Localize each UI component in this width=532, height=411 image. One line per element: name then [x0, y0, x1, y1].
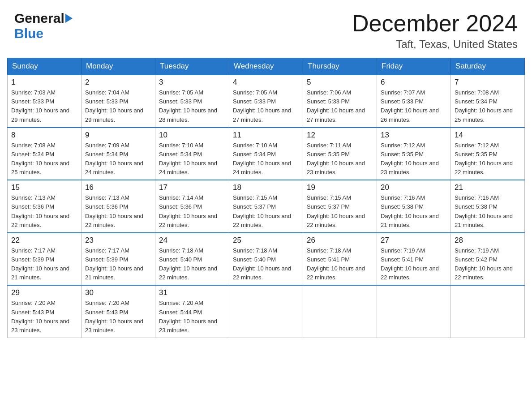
- day-number: 21: [455, 183, 521, 192]
- day-info: Sunrise: 7:05 AMSunset: 5:33 PMDaylight:…: [159, 88, 225, 124]
- day-number: 29: [11, 288, 77, 297]
- day-info: Sunrise: 7:19 AMSunset: 5:42 PMDaylight:…: [455, 246, 521, 283]
- day-info: Sunrise: 7:15 AMSunset: 5:37 PMDaylight:…: [307, 193, 373, 230]
- calendar-cell: 30 Sunrise: 7:20 AMSunset: 5:43 PMDaylig…: [82, 285, 155, 338]
- calendar-cell: 12 Sunrise: 7:11 AMSunset: 5:35 PMDaylig…: [303, 128, 377, 180]
- day-info: Sunrise: 7:17 AMSunset: 5:39 PMDaylight:…: [85, 246, 151, 283]
- day-info: Sunrise: 7:18 AMSunset: 5:40 PMDaylight:…: [159, 246, 225, 283]
- week-row-4: 22 Sunrise: 7:17 AMSunset: 5:39 PMDaylig…: [8, 233, 525, 286]
- week-row-5: 29 Sunrise: 7:20 AMSunset: 5:43 PMDaylig…: [8, 285, 525, 338]
- calendar-cell: 4 Sunrise: 7:05 AMSunset: 5:33 PMDayligh…: [229, 75, 303, 128]
- day-info: Sunrise: 7:16 AMSunset: 5:38 PMDaylight:…: [455, 193, 521, 230]
- col-header-monday: Monday: [82, 58, 155, 75]
- calendar-cell: 17 Sunrise: 7:14 AMSunset: 5:36 PMDaylig…: [155, 180, 229, 233]
- day-number: 15: [11, 183, 77, 192]
- calendar-cell: 20 Sunrise: 7:16 AMSunset: 5:38 PMDaylig…: [377, 180, 451, 233]
- day-number: 18: [233, 183, 299, 192]
- day-info: Sunrise: 7:20 AMSunset: 5:44 PMDaylight:…: [159, 299, 225, 335]
- calendar-cell: [451, 285, 525, 338]
- col-header-sunday: Sunday: [8, 58, 82, 75]
- calendar-cell: 15 Sunrise: 7:13 AMSunset: 5:36 PMDaylig…: [8, 180, 82, 233]
- day-number: 1: [11, 78, 77, 87]
- day-info: Sunrise: 7:11 AMSunset: 5:35 PMDaylight:…: [307, 141, 373, 177]
- day-number: 22: [11, 236, 77, 245]
- calendar-table: Sunday Monday Tuesday Wednesday Thursday…: [7, 58, 525, 338]
- day-info: Sunrise: 7:13 AMSunset: 5:36 PMDaylight:…: [11, 193, 77, 230]
- calendar-cell: [229, 285, 303, 338]
- day-number: 28: [455, 236, 521, 245]
- day-info: Sunrise: 7:16 AMSunset: 5:38 PMDaylight:…: [381, 193, 447, 230]
- calendar-cell: [303, 285, 377, 338]
- calendar-cell: 26 Sunrise: 7:18 AMSunset: 5:41 PMDaylig…: [303, 233, 377, 286]
- day-number: 24: [159, 236, 225, 245]
- day-number: 13: [381, 131, 447, 140]
- day-number: 12: [307, 131, 373, 140]
- day-info: Sunrise: 7:20 AMSunset: 5:43 PMDaylight:…: [11, 299, 77, 335]
- col-header-saturday: Saturday: [451, 58, 525, 75]
- day-number: 19: [307, 183, 373, 192]
- day-number: 8: [11, 131, 77, 140]
- calendar-cell: 13 Sunrise: 7:12 AMSunset: 5:35 PMDaylig…: [377, 128, 451, 180]
- day-info: Sunrise: 7:12 AMSunset: 5:35 PMDaylight:…: [381, 141, 447, 177]
- day-info: Sunrise: 7:19 AMSunset: 5:41 PMDaylight:…: [381, 246, 447, 283]
- col-header-wednesday: Wednesday: [229, 58, 303, 75]
- day-info: Sunrise: 7:17 AMSunset: 5:39 PMDaylight:…: [11, 246, 77, 283]
- day-info: Sunrise: 7:08 AMSunset: 5:34 PMDaylight:…: [11, 141, 77, 177]
- day-info: Sunrise: 7:18 AMSunset: 5:41 PMDaylight:…: [307, 246, 373, 283]
- title-block: December 2024 Taft, Texas, United States: [352, 11, 518, 51]
- calendar-cell: 31 Sunrise: 7:20 AMSunset: 5:44 PMDaylig…: [155, 285, 229, 338]
- week-row-2: 8 Sunrise: 7:08 AMSunset: 5:34 PMDayligh…: [8, 128, 525, 180]
- calendar-cell: 24 Sunrise: 7:18 AMSunset: 5:40 PMDaylig…: [155, 233, 229, 286]
- day-info: Sunrise: 7:03 AMSunset: 5:33 PMDaylight:…: [11, 88, 77, 124]
- logo-arrow-icon: [65, 14, 73, 23]
- calendar-cell: 1 Sunrise: 7:03 AMSunset: 5:33 PMDayligh…: [8, 75, 82, 128]
- calendar-cell: 16 Sunrise: 7:13 AMSunset: 5:36 PMDaylig…: [82, 180, 155, 233]
- calendar-location: Taft, Texas, United States: [352, 38, 518, 51]
- day-number: 6: [381, 78, 447, 87]
- calendar-cell: 19 Sunrise: 7:15 AMSunset: 5:37 PMDaylig…: [303, 180, 377, 233]
- day-number: 14: [455, 131, 521, 140]
- calendar-cell: 29 Sunrise: 7:20 AMSunset: 5:43 PMDaylig…: [8, 285, 82, 338]
- calendar-header-row: Sunday Monday Tuesday Wednesday Thursday…: [8, 58, 525, 75]
- day-info: Sunrise: 7:14 AMSunset: 5:36 PMDaylight:…: [159, 193, 225, 230]
- calendar-cell: 22 Sunrise: 7:17 AMSunset: 5:39 PMDaylig…: [8, 233, 82, 286]
- day-number: 20: [381, 183, 447, 192]
- day-number: 10: [159, 131, 225, 140]
- day-number: 25: [233, 236, 299, 245]
- calendar-cell: 2 Sunrise: 7:04 AMSunset: 5:33 PMDayligh…: [82, 75, 155, 128]
- day-info: Sunrise: 7:13 AMSunset: 5:36 PMDaylight:…: [85, 193, 151, 230]
- day-info: Sunrise: 7:07 AMSunset: 5:33 PMDaylight:…: [381, 88, 447, 124]
- calendar-cell: 3 Sunrise: 7:05 AMSunset: 5:33 PMDayligh…: [155, 75, 229, 128]
- day-info: Sunrise: 7:08 AMSunset: 5:34 PMDaylight:…: [455, 88, 521, 124]
- day-info: Sunrise: 7:09 AMSunset: 5:34 PMDaylight:…: [85, 141, 151, 177]
- col-header-friday: Friday: [377, 58, 451, 75]
- day-info: Sunrise: 7:15 AMSunset: 5:37 PMDaylight:…: [233, 193, 299, 230]
- calendar-cell: 23 Sunrise: 7:17 AMSunset: 5:39 PMDaylig…: [82, 233, 155, 286]
- day-info: Sunrise: 7:10 AMSunset: 5:34 PMDaylight:…: [233, 141, 299, 177]
- day-info: Sunrise: 7:20 AMSunset: 5:43 PMDaylight:…: [85, 299, 151, 335]
- day-number: 17: [159, 183, 225, 192]
- day-number: 5: [307, 78, 373, 87]
- day-number: 7: [455, 78, 521, 87]
- logo-general-text: General: [14, 11, 64, 26]
- week-row-3: 15 Sunrise: 7:13 AMSunset: 5:36 PMDaylig…: [8, 180, 525, 233]
- calendar-cell: 5 Sunrise: 7:06 AMSunset: 5:33 PMDayligh…: [303, 75, 377, 128]
- calendar-title: December 2024: [352, 11, 518, 36]
- day-info: Sunrise: 7:18 AMSunset: 5:40 PMDaylight:…: [233, 246, 299, 283]
- day-number: 3: [159, 78, 225, 87]
- calendar-cell: 25 Sunrise: 7:18 AMSunset: 5:40 PMDaylig…: [229, 233, 303, 286]
- calendar-cell: 11 Sunrise: 7:10 AMSunset: 5:34 PMDaylig…: [229, 128, 303, 180]
- day-number: 27: [381, 236, 447, 245]
- calendar-cell: 14 Sunrise: 7:12 AMSunset: 5:35 PMDaylig…: [451, 128, 525, 180]
- page-header: General Blue December 2024 Taft, Texas, …: [0, 0, 532, 58]
- day-number: 23: [85, 236, 151, 245]
- day-number: 16: [85, 183, 151, 192]
- day-number: 30: [85, 288, 151, 297]
- day-info: Sunrise: 7:04 AMSunset: 5:33 PMDaylight:…: [85, 88, 151, 124]
- calendar-cell: 21 Sunrise: 7:16 AMSunset: 5:38 PMDaylig…: [451, 180, 525, 233]
- day-info: Sunrise: 7:12 AMSunset: 5:35 PMDaylight:…: [455, 141, 521, 177]
- logo-blue-text: Blue: [14, 26, 43, 41]
- day-number: 9: [85, 131, 151, 140]
- calendar-cell: 7 Sunrise: 7:08 AMSunset: 5:34 PMDayligh…: [451, 75, 525, 128]
- col-header-thursday: Thursday: [303, 58, 377, 75]
